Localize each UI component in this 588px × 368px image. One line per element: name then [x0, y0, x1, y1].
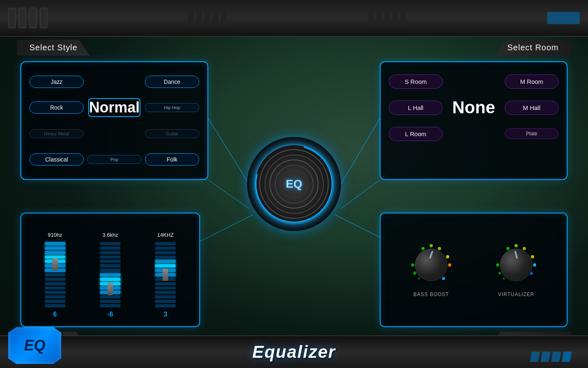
- top-left-slots: [8, 8, 47, 28]
- room-btn-none[interactable]: None: [452, 98, 495, 117]
- band-label-0: 910hz: [48, 232, 62, 238]
- top-right-accent: [547, 12, 580, 24]
- effects-panel: Improve effects: [380, 213, 568, 327]
- svg-point-12: [413, 272, 416, 275]
- main-background: Select Style Jazz Normal Dance Rock Hip …: [0, 0, 588, 368]
- svg-point-7: [430, 244, 433, 247]
- bass-boost-knob-wrapper[interactable]: [409, 242, 454, 287]
- virtualizer-knob[interactable]: [500, 249, 532, 281]
- band-slider-1[interactable]: [98, 242, 122, 307]
- room-btn-plate[interactable]: Plate: [505, 128, 559, 139]
- virtualizer-label: VIRTUALIZER: [498, 292, 535, 297]
- svg-point-11: [411, 263, 414, 267]
- eq-center-label: EQ: [286, 177, 302, 191]
- bass-boost-container: BASS BOOST: [409, 242, 454, 297]
- style-btn-heavymetal[interactable]: Heavy Metal: [29, 129, 84, 138]
- bottom-bar: Equalizer: [0, 335, 588, 368]
- style-btn-jazz[interactable]: Jazz: [29, 76, 84, 88]
- svg-line-0: [208, 119, 249, 184]
- style-btn-classical[interactable]: Classical: [29, 153, 84, 166]
- style-btn-hiphop[interactable]: Hip Hop: [145, 103, 199, 112]
- bottom-right-accent: [531, 352, 580, 362]
- style-btn-guitar[interactable]: Guitar: [145, 129, 199, 138]
- bands-container: 910hz: [21, 213, 199, 326]
- virtualizer-container: VIRTUALIZER: [494, 242, 539, 297]
- room-btn-mroom[interactable]: M Room: [505, 74, 559, 89]
- svg-point-8: [438, 247, 441, 250]
- band-value-2: 3: [164, 311, 167, 318]
- svg-point-10: [448, 263, 451, 267]
- band-label-1: 3.6khz: [102, 232, 118, 238]
- svg-point-14: [418, 277, 420, 280]
- bands-panel: Five Bands 910hz: [20, 213, 200, 327]
- band-handle-2[interactable]: [163, 269, 168, 281]
- band-slider-2[interactable]: [153, 242, 178, 307]
- svg-point-17: [523, 247, 526, 250]
- room-btn-lroom[interactable]: L Room: [389, 127, 443, 141]
- band-label-2: 14KHZ: [157, 232, 174, 238]
- room-panel: Select Room S Room None M Room L Hall M …: [380, 61, 568, 180]
- svg-point-18: [531, 255, 534, 258]
- style-btn-normal[interactable]: Normal: [88, 98, 140, 117]
- svg-point-23: [503, 277, 505, 280]
- band-14khz: 14KHZ: [140, 232, 191, 318]
- room-grid: S Room None M Room L Hall M Hall L Room …: [381, 62, 567, 179]
- svg-line-4: [200, 215, 253, 241]
- bass-boost-knob[interactable]: [415, 249, 448, 281]
- room-btn-mhall[interactable]: M Hall: [505, 101, 559, 115]
- eq-logo-button[interactable]: EQ: [8, 327, 61, 364]
- app-title: Equalizer: [252, 342, 336, 362]
- effects-container: BASS BOOST: [381, 213, 567, 326]
- style-panel: Select Style Jazz Normal Dance Rock Hip …: [20, 61, 208, 180]
- svg-line-3: [341, 180, 380, 209]
- band-slider-0[interactable]: [43, 242, 67, 307]
- band-handle-1[interactable]: [107, 283, 113, 295]
- style-btn-folk[interactable]: Folk: [145, 153, 199, 166]
- band-value-1: -6: [107, 311, 113, 318]
- style-btn-pop[interactable]: Pop: [87, 155, 141, 164]
- eq-logo-text: EQ: [24, 337, 45, 354]
- band-value-0: 6: [53, 311, 57, 318]
- room-panel-title: Select Room: [495, 40, 571, 56]
- style-btn-rock[interactable]: Rock: [29, 101, 84, 114]
- band-handle-0[interactable]: [52, 258, 58, 271]
- virtualizer-knob-wrapper[interactable]: [494, 242, 539, 287]
- room-btn-lhall[interactable]: L Hall: [389, 101, 443, 115]
- svg-line-1: [208, 180, 249, 209]
- band-910hz: 910hz: [29, 232, 80, 318]
- top-center-slots: [188, 10, 227, 26]
- svg-point-13: [442, 277, 445, 280]
- eq-dial[interactable]: EQ: [247, 137, 341, 231]
- eq-dial-container[interactable]: EQ: [247, 137, 341, 231]
- style-panel-title: Select Style: [17, 40, 90, 56]
- svg-line-2: [341, 119, 380, 184]
- svg-point-19: [533, 263, 536, 267]
- bass-boost-label: BASS BOOST: [413, 292, 449, 297]
- svg-point-9: [446, 255, 449, 258]
- room-btn-sroom[interactable]: S Room: [389, 74, 443, 89]
- top-bar: [0, 0, 588, 37]
- svg-point-22: [499, 272, 501, 274]
- style-grid: Jazz Normal Dance Rock Hip Hop Heavy Met…: [21, 62, 207, 179]
- svg-point-16: [514, 244, 518, 247]
- band-36khz: 3.6khz: [85, 232, 136, 318]
- style-btn-dance[interactable]: Dance: [145, 76, 199, 88]
- svg-point-21: [496, 263, 499, 267]
